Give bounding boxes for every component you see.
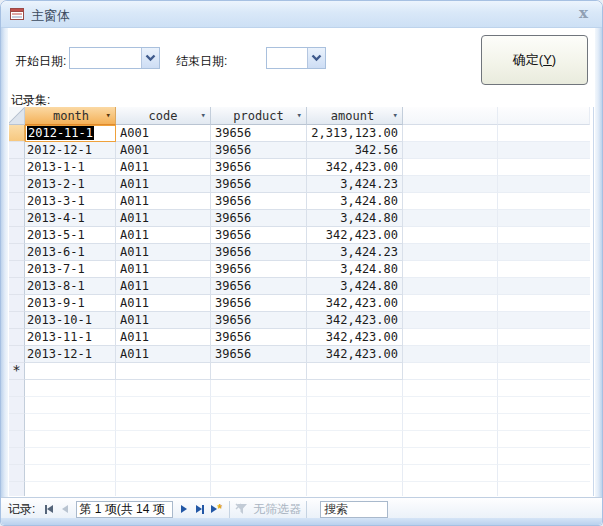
- cell-code[interactable]: A001: [116, 142, 211, 159]
- cell-amount[interactable]: 3,424.23: [307, 176, 403, 193]
- last-record-button[interactable]: [192, 501, 208, 518]
- cell-amount[interactable]: 3,424.80: [307, 193, 403, 210]
- cell-product[interactable]: 39656: [211, 346, 307, 363]
- cell-amount[interactable]: 342,423.00: [307, 312, 403, 329]
- cell-product-new[interactable]: [211, 363, 307, 380]
- first-record-icon: [47, 505, 53, 513]
- cell-month-new[interactable]: [25, 363, 116, 380]
- cell-code[interactable]: A001: [116, 125, 211, 142]
- chevron-down-icon[interactable]: ▾: [393, 110, 398, 120]
- cell-amount[interactable]: 342,423.00: [307, 329, 403, 346]
- cell-product[interactable]: 39656: [211, 227, 307, 244]
- row-selector[interactable]: [9, 210, 25, 227]
- cell-month[interactable]: 2013-7-1: [25, 261, 116, 278]
- cell-month[interactable]: 2013-6-1: [25, 244, 116, 261]
- row-selector[interactable]: [9, 159, 25, 176]
- next-record-button[interactable]: [176, 501, 192, 518]
- cell-product[interactable]: 39656: [211, 261, 307, 278]
- start-date-combobox[interactable]: [69, 47, 160, 69]
- cell-product[interactable]: 39656: [211, 312, 307, 329]
- cell-code[interactable]: A011: [116, 261, 211, 278]
- cell-product[interactable]: 39656: [211, 210, 307, 227]
- select-all-corner[interactable]: [9, 107, 25, 125]
- cell-product[interactable]: 39656: [211, 159, 307, 176]
- column-header-month[interactable]: month ▾: [25, 107, 116, 125]
- cell-product[interactable]: 39656: [211, 278, 307, 295]
- cell-product[interactable]: 39656: [211, 176, 307, 193]
- column-header-amount[interactable]: amount ▾: [307, 107, 403, 125]
- cell-amount[interactable]: 342,423.00: [307, 159, 403, 176]
- first-record-button[interactable]: [41, 501, 57, 518]
- cell-product[interactable]: 39656: [211, 125, 307, 142]
- row-selector[interactable]: [9, 346, 25, 363]
- cell-amount-new[interactable]: [307, 363, 403, 380]
- row-selector[interactable]: [9, 176, 25, 193]
- cell-code-new[interactable]: [116, 363, 211, 380]
- search-input[interactable]: [320, 501, 388, 518]
- cell-code[interactable]: A011: [116, 244, 211, 261]
- cell-month[interactable]: 2013-8-1: [25, 278, 116, 295]
- cell-month[interactable]: 2013-3-1: [25, 193, 116, 210]
- cell-product[interactable]: 39656: [211, 193, 307, 210]
- cell-amount[interactable]: 3,424.80: [307, 261, 403, 278]
- cell-code[interactable]: A011: [116, 295, 211, 312]
- row-selector[interactable]: [9, 278, 25, 295]
- cell-month[interactable]: 2012-12-1: [25, 142, 116, 159]
- cell-product[interactable]: 39656: [211, 329, 307, 346]
- cell-month[interactable]: 2013-4-1: [25, 210, 116, 227]
- cell-month[interactable]: 2013-10-1: [25, 312, 116, 329]
- no-filter-button[interactable]: 无筛选器: [235, 501, 301, 518]
- cell-amount[interactable]: 2,313,123.00: [307, 125, 403, 142]
- previous-record-button[interactable]: [57, 501, 73, 518]
- cell-code[interactable]: A011: [116, 193, 211, 210]
- cell-amount[interactable]: 342.56: [307, 142, 403, 159]
- cell-code[interactable]: A011: [116, 227, 211, 244]
- column-header-product[interactable]: product ▾: [211, 107, 307, 125]
- row-selector[interactable]: [9, 312, 25, 329]
- cell-code[interactable]: A011: [116, 312, 211, 329]
- cell-month[interactable]: 2013-9-1: [25, 295, 116, 312]
- close-icon[interactable]: x: [579, 4, 588, 22]
- cell-code[interactable]: A011: [116, 329, 211, 346]
- cell-code[interactable]: A011: [116, 346, 211, 363]
- cell-month[interactable]: 2013-5-1: [25, 227, 116, 244]
- cell-month[interactable]: 2013-1-1: [25, 159, 116, 176]
- cell-product[interactable]: 39656: [211, 142, 307, 159]
- column-header-code[interactable]: code ▾: [116, 107, 211, 125]
- row-selector[interactable]: [9, 244, 25, 261]
- row-selector[interactable]: [9, 142, 25, 159]
- cell-month[interactable]: 2013-2-1: [25, 176, 116, 193]
- row-selector[interactable]: [9, 295, 25, 312]
- row-selector[interactable]: [9, 261, 25, 278]
- cell-month[interactable]: 2012-11-1: [25, 125, 116, 142]
- cell-month[interactable]: 2013-12-1: [25, 346, 116, 363]
- cell-code[interactable]: A011: [116, 278, 211, 295]
- cell-code[interactable]: A011: [116, 210, 211, 227]
- chevron-down-icon[interactable]: ▾: [201, 110, 206, 120]
- cell-code[interactable]: A011: [116, 159, 211, 176]
- cell-month[interactable]: 2013-11-1: [25, 329, 116, 346]
- row-selector[interactable]: [9, 329, 25, 346]
- row-selector[interactable]: [9, 193, 25, 210]
- cell-amount[interactable]: 3,424.80: [307, 210, 403, 227]
- end-date-combobox[interactable]: [266, 47, 326, 69]
- new-record-row-selector[interactable]: *: [9, 363, 25, 380]
- cell-amount[interactable]: 342,423.00: [307, 295, 403, 312]
- chevron-down-icon[interactable]: ▾: [106, 110, 111, 120]
- cell-code[interactable]: A011: [116, 176, 211, 193]
- row-selector[interactable]: [9, 125, 25, 142]
- cell-amount[interactable]: 3,424.80: [307, 278, 403, 295]
- row-selector[interactable]: [9, 227, 25, 244]
- end-date-dropdown-button[interactable]: [307, 48, 325, 68]
- record-position-box[interactable]: [76, 501, 173, 518]
- start-date-dropdown-button[interactable]: [141, 48, 159, 68]
- cell-amount[interactable]: 342,423.00: [307, 227, 403, 244]
- cell-amount[interactable]: 3,424.23: [307, 244, 403, 261]
- cell-product[interactable]: 39656: [211, 295, 307, 312]
- cell-amount[interactable]: 342,423.00: [307, 346, 403, 363]
- cell-empty: [307, 431, 403, 448]
- chevron-down-icon[interactable]: ▾: [297, 110, 302, 120]
- cell-product[interactable]: 39656: [211, 244, 307, 261]
- ok-button[interactable]: 确定(Y): [481, 35, 588, 85]
- new-record-button[interactable]: *: [208, 501, 224, 518]
